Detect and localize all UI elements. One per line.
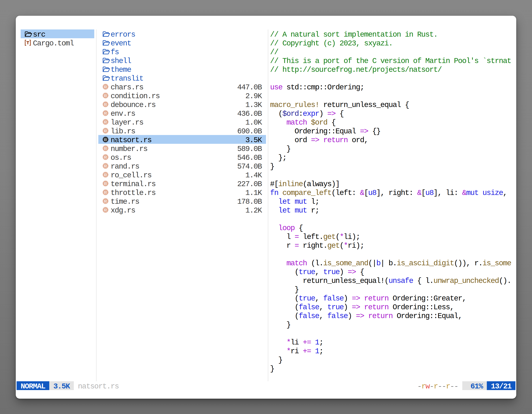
svg-text:R: R <box>104 94 107 98</box>
svg-text:R: R <box>104 208 107 212</box>
svg-text:R: R <box>104 103 107 106</box>
svg-text:R: R <box>104 164 107 168</box>
svg-text:R: R <box>104 173 107 177</box>
svg-text:R: R <box>104 199 107 203</box>
svg-text:R: R <box>104 182 107 186</box>
svg-text:R: R <box>104 191 107 194</box>
svg-text:R: R <box>104 111 107 115</box>
svg-text:R: R <box>104 85 107 89</box>
svg-text:R: R <box>104 129 107 133</box>
svg-text:R: R <box>104 155 107 159</box>
svg-text:R: R <box>104 138 107 142</box>
svg-text:R: R <box>104 146 107 151</box>
svg-text:R: R <box>104 120 107 124</box>
